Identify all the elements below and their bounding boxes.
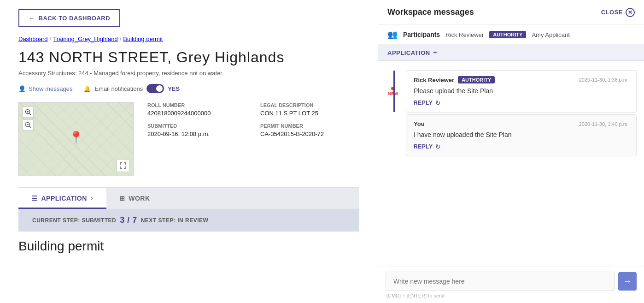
workspace-title: Workspace messages <box>387 7 474 17</box>
msg-body-reply-1: I have now uploaded the Site Plan <box>414 131 629 138</box>
step-bar: CURRENT STEP: SUBMITTED 3 / 7 NEXT STEP:… <box>18 209 359 232</box>
left-panel: ← BACK TO DASHBOARD Dashboard / Training… <box>0 0 378 303</box>
participants-label: Participants <box>403 31 440 38</box>
message-card-reply-1: You 2020-11-30, 1:40 p.m. I have now upl… <box>406 114 637 156</box>
roll-number-value: 4208180009244000000 <box>147 110 246 117</box>
next-step-label: NEXT STEP: IN REVIEW <box>141 217 209 224</box>
msg-badge-1: AUTHORITY <box>458 76 495 83</box>
breadcrumb-dashboard[interactable]: Dashboard <box>18 36 48 42</box>
reply-button-reply-1[interactable]: REPLY <box>414 143 433 150</box>
msg-actions-reply-1: REPLY ↻ <box>414 143 629 150</box>
back-to-dashboard-button[interactable]: ← BACK TO DASHBOARD <box>18 9 120 27</box>
actions-row: 👤 Show messages 🔔 Email notifications YE… <box>18 84 359 93</box>
app-section-label: APPLICATION <box>387 49 430 56</box>
map-expand-button[interactable] <box>117 159 129 172</box>
participant-rick: Rick Reviewer <box>445 31 484 38</box>
toggle-yes-label: YES <box>168 85 180 92</box>
back-button-label: BACK TO DASHBOARD <box>39 15 111 22</box>
message-card-1: NEW Rick Reviewer AUTHORITY 2020-11-30, … <box>406 70 637 113</box>
message-input-area: → [CMD] + [ENTER] to send <box>378 267 644 303</box>
workspace-header: Workspace messages CLOSE ✕ <box>378 0 644 25</box>
tabs-row: ☰ APPLICATION › ⊞ WORK <box>18 187 359 209</box>
map-area: 📍 <box>18 102 134 176</box>
right-panel: Workspace messages CLOSE ✕ 👥 Participant… <box>378 0 644 303</box>
email-toggle[interactable] <box>146 84 164 93</box>
svg-line-1 <box>29 113 31 115</box>
reply-button-1[interactable]: REPLY <box>414 100 433 106</box>
details-grid: Roll number 4208180009244000000 Legal de… <box>147 102 359 176</box>
tab-chevron-icon: › <box>91 194 94 202</box>
app-section-plus-button[interactable]: + <box>433 48 437 57</box>
page-subtitle: Accessory Structures: 244 - Managed fore… <box>18 70 359 77</box>
roll-number-label: Roll number <box>147 102 246 108</box>
zoom-in-button[interactable] <box>23 107 34 118</box>
permit-number-value: CA-3542015-B-2020-72 <box>260 131 359 137</box>
page-title: 143 NORTH STREET, Grey Highlands <box>18 49 359 66</box>
send-button[interactable]: → <box>618 272 637 291</box>
app-section-bar: APPLICATION + <box>378 45 644 61</box>
current-step-label: CURRENT STEP: SUBMITTED <box>32 217 116 224</box>
content-row: 📍 Roll number 4208180009244000000 Legal … <box>18 102 359 176</box>
show-messages-label: Show messages <box>29 85 72 92</box>
participant-amy: Amy Applicant <box>532 31 569 38</box>
message-input-row: → <box>386 272 637 291</box>
close-button[interactable]: CLOSE ✕ <box>601 8 635 17</box>
message-input[interactable] <box>386 272 615 291</box>
send-arrow-icon: → <box>623 277 632 286</box>
refresh-icon-reply-1[interactable]: ↻ <box>435 143 441 150</box>
bell-icon: 🔔 <box>83 85 91 92</box>
close-circle-icon: ✕ <box>626 8 635 17</box>
work-tab-label: WORK <box>129 195 150 202</box>
tab-work[interactable]: ⊞ WORK <box>106 188 163 208</box>
map-pin-icon: 📍 <box>69 131 83 145</box>
msg-header-1: Rick Reviewer AUTHORITY 2020-11-30, 1:38… <box>414 76 629 83</box>
tab-application[interactable]: ☰ APPLICATION › <box>18 188 106 209</box>
breadcrumb: Dashboard / Training_Grey_Highland / Bui… <box>18 36 359 42</box>
legal-desc-value: CON 11 S PT LOT 25 <box>260 110 359 117</box>
work-tab-icon: ⊞ <box>119 195 125 202</box>
breadcrumb-sep1: / <box>50 36 52 42</box>
breadcrumb-sep2: / <box>120 36 122 42</box>
submitted-label: Submitted <box>147 123 246 129</box>
msg-timestamp-reply-1: 2020-11-30, 1:40 p.m. <box>579 121 629 127</box>
submitted-field: Submitted 2020-09-16, 12:08 p.m. <box>147 123 246 137</box>
msg-sender-reply-1: You <box>414 120 425 127</box>
msg-actions-1: REPLY ↻ <box>414 99 629 107</box>
msg-timestamp-1: 2020-11-30, 1:38 p.m. <box>579 77 629 83</box>
permit-number-field: Permit number CA-3542015-B-2020-72 <box>260 123 359 137</box>
msg-sender-1: Rick Reviewer AUTHORITY <box>414 76 495 83</box>
msg-name-1: Rick Reviewer <box>414 77 454 83</box>
zoom-out-button[interactable] <box>23 119 34 131</box>
legal-desc-label: Legal description <box>260 102 359 108</box>
application-tab-label: APPLICATION <box>41 195 87 202</box>
email-notifications-control: 🔔 Email notifications YES <box>83 84 180 93</box>
refresh-icon-1[interactable]: ↻ <box>435 99 441 107</box>
breadcrumb-building-permit[interactable]: Building permit <box>123 36 163 42</box>
left-border-line <box>393 71 395 112</box>
participants-icon: 👥 <box>387 30 398 40</box>
cmd-hint: [CMD] + [ENTER] to send <box>386 293 637 298</box>
show-messages-button[interactable]: 👤 Show messages <box>18 85 72 92</box>
messages-area: NEW Rick Reviewer AUTHORITY 2020-11-30, … <box>378 61 644 267</box>
message-thread-1: NEW Rick Reviewer AUTHORITY 2020-11-30, … <box>382 70 640 156</box>
legal-desc-field: Legal description CON 11 S PT LOT 25 <box>260 102 359 117</box>
email-notifications-label: Email notifications <box>94 85 143 92</box>
building-permit-title: Building permit <box>18 232 359 254</box>
submitted-value: 2020-09-16, 12:08 p.m. <box>147 131 246 137</box>
permit-number-label: Permit number <box>260 123 359 129</box>
svg-line-5 <box>29 126 31 128</box>
back-arrow-icon: ← <box>29 15 35 22</box>
msg-name-reply-1: You <box>414 120 425 127</box>
messages-icon: 👤 <box>18 85 26 92</box>
msg-header-reply-1: You 2020-11-30, 1:40 p.m. <box>414 120 629 127</box>
authority-badge: AUTHORITY <box>489 31 526 38</box>
roll-number-field: Roll number 4208180009244000000 <box>147 102 246 117</box>
msg-body-1: Please upload the Site Plan <box>414 87 629 95</box>
breadcrumb-training[interactable]: Training_Grey_Highland <box>53 36 117 42</box>
step-numbers: 3 / 7 <box>120 215 137 225</box>
participants-row: 👥 Participants Rick Reviewer AUTHORITY A… <box>378 25 644 45</box>
close-label: CLOSE <box>601 9 623 16</box>
map-controls <box>23 107 34 131</box>
application-tab-icon: ☰ <box>31 195 38 202</box>
